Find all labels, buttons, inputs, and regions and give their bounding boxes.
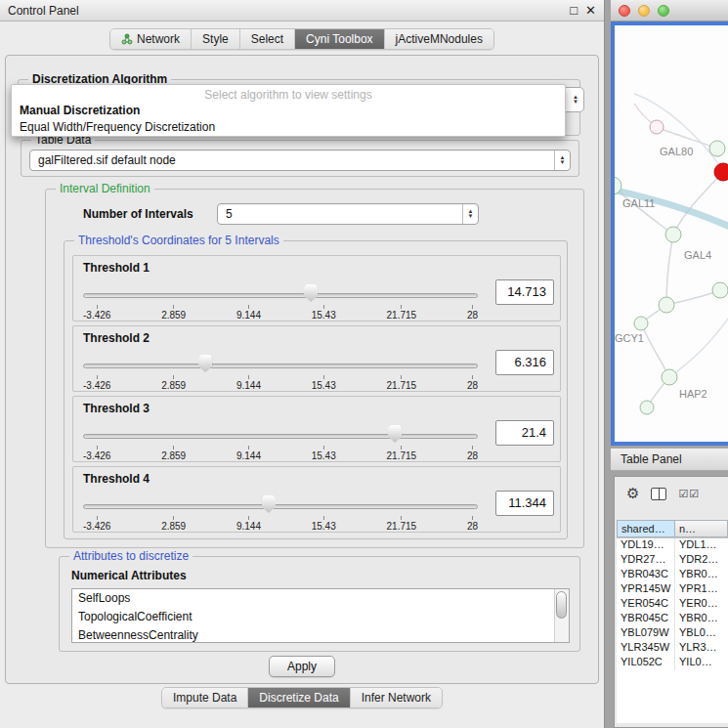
tick-label: 21.715 (387, 375, 417, 391)
list-item[interactable]: BetweennessCentrality (72, 626, 569, 643)
combo-arrows-icon[interactable]: ▲▼ (568, 95, 583, 105)
network-node[interactable] (709, 141, 725, 156)
slider-track[interactable] (83, 434, 478, 439)
table-data-combobox[interactable]: galFiltered.sif default node ▲▼ (29, 150, 571, 171)
tab-jactivemnodules[interactable]: jActiveMNodules (385, 29, 493, 49)
tab-cyni-toolbox[interactable]: Cyni Toolbox (295, 29, 384, 49)
close-window-icon[interactable]: ✕ (585, 3, 596, 18)
columns-icon[interactable] (651, 488, 666, 500)
dropdown-option-equal-width-frequency[interactable]: Equal Width/Frequency Discretization (12, 119, 565, 136)
slider-track[interactable] (83, 364, 478, 368)
slider-thumb[interactable] (262, 495, 276, 513)
tab-style[interactable]: Style (192, 29, 240, 49)
attributes-group: Attributes to discretize Numerical Attri… (59, 556, 580, 652)
table-cell[interactable]: YDL19… (617, 538, 675, 553)
tab-impute-data[interactable]: Impute Data (162, 688, 248, 707)
list-item[interactable]: TopologicalCoefficient (72, 608, 569, 626)
app-root: Control Panel □ ✕ Network (0, 0, 728, 728)
table-row[interactable]: YBL079W YBL0… (617, 626, 728, 641)
close-button[interactable] (619, 5, 630, 17)
apply-button[interactable]: Apply (269, 656, 335, 677)
table-row[interactable]: YIL052C YIL0… (617, 656, 728, 670)
network-node[interactable] (659, 297, 674, 313)
threshold-slider[interactable] (83, 422, 478, 444)
table-cell[interactable]: YDR2… (675, 553, 728, 568)
zoom-button[interactable] (658, 5, 669, 17)
dropdown-placeholder-option[interactable]: Select algorithm to view settings (12, 85, 565, 103)
network-node[interactable] (634, 317, 648, 330)
threshold-value-field[interactable]: 14.713 (495, 279, 554, 305)
tick-label: 21.715 (387, 446, 417, 461)
combo-arrows-icon[interactable]: ▲▼ (554, 150, 570, 170)
dropdown-option-manual-discretization[interactable]: Manual Discretization (12, 103, 565, 119)
attributes-group-title: Attributes to discretize (69, 549, 193, 563)
float-window-icon[interactable]: □ (570, 3, 578, 18)
threshold-slider[interactable] (83, 352, 478, 373)
table-cell[interactable]: YLR3… (675, 641, 728, 656)
table-cell[interactable]: YIL052C (617, 656, 675, 670)
scrollbar-thumb[interactable] (556, 591, 567, 619)
table-cell[interactable]: YLR345W (617, 641, 675, 656)
table-row[interactable]: YBR043C YBR0… (617, 568, 728, 582)
slider-thumb[interactable] (304, 284, 318, 302)
network-node[interactable] (712, 282, 728, 298)
table-cell[interactable]: YIL0… (675, 656, 728, 670)
table-cell[interactable]: YPR145W (617, 582, 675, 597)
number-of-intervals-combobox[interactable]: 5 ▲▼ (217, 203, 479, 225)
threshold-4-panel: Threshold 4 11.344 -3.426 2.859 9.144 15… (72, 466, 561, 533)
threshold-value-field[interactable]: 21.4 (495, 420, 554, 446)
table-row[interactable]: YPR145W YPR1… (617, 582, 728, 597)
list-scrollbar[interactable] (554, 589, 569, 642)
number-of-intervals-value: 5 (218, 207, 462, 221)
list-item[interactable]: SelfLoops (72, 589, 569, 608)
table-row[interactable]: YDL19… YDL1… (617, 538, 728, 553)
network-node-selected[interactable] (714, 163, 728, 181)
slider-thumb[interactable] (198, 355, 212, 372)
column-header-shared-name[interactable]: shared… (617, 520, 675, 537)
tab-select[interactable]: Select (240, 29, 295, 49)
table-row[interactable]: YER054C YER0… (617, 597, 728, 612)
table-cell[interactable]: YBL079W (617, 626, 675, 641)
table-row[interactable]: YDR27… YDR2… (617, 553, 728, 568)
table-cell[interactable]: YDR27… (617, 553, 675, 568)
tab-discretize-data[interactable]: Discretize Data (248, 688, 350, 707)
threshold-label: Threshold 3 (83, 402, 150, 415)
table-cell[interactable]: YBR043C (617, 568, 675, 582)
network-canvas[interactable]: GAL80 GAL11 GAL4 GCY1 HAP2 (611, 21, 728, 446)
network-node[interactable] (665, 227, 681, 242)
threshold-slider[interactable] (83, 492, 478, 514)
threshold-value-field[interactable]: 6.316 (495, 350, 554, 375)
slider-track[interactable] (83, 293, 478, 298)
network-node[interactable] (650, 120, 664, 134)
table-cell[interactable]: YBR0… (675, 612, 728, 626)
gear-icon[interactable]: ⚙ (626, 485, 639, 502)
threshold-1-panel: Threshold 1 14.713 -3.426 2.859 9.144 15… (72, 255, 561, 321)
column-header-name[interactable]: n… (675, 520, 728, 537)
table-cell[interactable]: YBL0… (675, 626, 728, 641)
network-node[interactable] (662, 369, 677, 385)
threshold-value-field[interactable]: 11.344 (495, 491, 554, 516)
table-row[interactable]: YLR345W YLR3… (617, 641, 728, 656)
table-cell[interactable]: YBR045C (617, 612, 675, 626)
threshold-slider[interactable] (83, 281, 478, 303)
table-cell[interactable]: YER0… (675, 597, 728, 612)
tick-label: 9.144 (236, 305, 261, 321)
table-cell[interactable]: YDL1… (675, 538, 728, 553)
node-label: GAL11 (622, 197, 655, 209)
tick-label: 28 (467, 516, 478, 532)
tick-label: 28 (467, 305, 478, 321)
slider-track[interactable] (83, 504, 478, 509)
select-columns-icons[interactable]: ☑☑ (678, 488, 700, 500)
table-cell[interactable]: YER054C (617, 597, 675, 612)
thresholds-group-title: Threshold's Coordinates for 5 Intervals (74, 234, 283, 247)
table-cell[interactable]: YPR1… (675, 582, 728, 597)
table-cell[interactable]: YBR0… (675, 568, 728, 582)
combo-arrows-icon[interactable]: ▲▼ (462, 204, 478, 224)
table-row[interactable]: YBR045C YBR0… (617, 612, 728, 626)
numerical-attributes-list[interactable]: SelfLoops TopologicalCoefficient Between… (71, 588, 570, 643)
tab-infer-network[interactable]: Infer Network (351, 688, 442, 707)
slider-thumb[interactable] (388, 425, 402, 443)
minimize-button[interactable] (638, 5, 650, 17)
network-node[interactable] (640, 401, 654, 414)
tab-network[interactable]: Network (110, 29, 192, 49)
